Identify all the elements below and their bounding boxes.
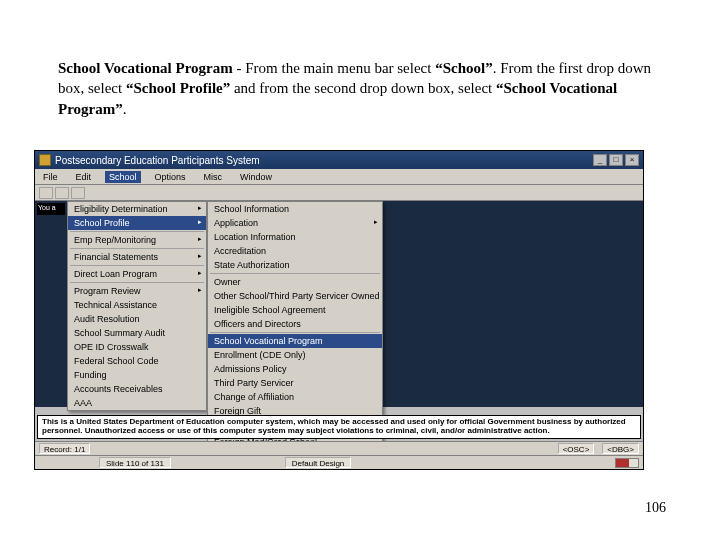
menu-misc[interactable]: Misc — [200, 171, 227, 183]
footer-bar: Slide 110 of 131 Default Design — [35, 455, 643, 469]
school-submenu: Eligibility Determination▸School Profile… — [67, 201, 207, 411]
menu-options[interactable]: Options — [151, 171, 190, 183]
app-window: Postsecondary Education Participants Sys… — [34, 150, 644, 470]
close-button[interactable]: × — [625, 154, 639, 166]
menu-item[interactable]: Admissions Policy — [208, 362, 382, 376]
menu-item[interactable]: Application▸ — [208, 216, 382, 230]
menu-separator — [210, 273, 380, 274]
submenu-arrow-icon: ▸ — [198, 252, 202, 260]
menu-item[interactable]: Emp Rep/Monitoring▸ — [68, 233, 206, 247]
menu-item[interactable]: Officers and Directors — [208, 317, 382, 331]
slide-indicator: Slide 110 of 131 — [99, 457, 171, 468]
window-title: Postsecondary Education Participants Sys… — [55, 155, 260, 166]
toolbar — [35, 185, 643, 201]
toolbar-button[interactable] — [39, 187, 53, 199]
menu-item[interactable]: Other School/Third Party Servicer Owned — [208, 289, 382, 303]
record-indicator: Record: 1/1 — [39, 443, 90, 454]
menu-item[interactable]: OPE ID Crosswalk — [68, 340, 206, 354]
menu-item[interactable]: Direct Loan Program▸ — [68, 267, 206, 281]
instruction-text: School Vocational Program - From the mai… — [58, 58, 662, 119]
minimize-button[interactable]: _ — [593, 154, 607, 166]
submenu-arrow-icon: ▸ — [198, 218, 202, 226]
you-are-label: You a — [37, 203, 65, 215]
system-notice: This is a United States Department of Ed… — [37, 415, 641, 439]
app-icon — [39, 154, 51, 166]
menu-separator — [70, 231, 204, 232]
submenu-arrow-icon: ▸ — [198, 286, 202, 294]
menu-item[interactable]: Financial Statements▸ — [68, 250, 206, 264]
window-controls: _ □ × — [593, 154, 639, 166]
menu-edit[interactable]: Edit — [72, 171, 96, 183]
menu-school[interactable]: School — [105, 171, 141, 183]
menu-item[interactable]: Ineligible School Agreement — [208, 303, 382, 317]
menu-separator — [210, 332, 380, 333]
menu-item[interactable]: School Profile▸ — [68, 216, 206, 230]
title-bar: Postsecondary Education Participants Sys… — [35, 151, 643, 169]
menu-bar: FileEditSchoolOptionsMiscWindow — [35, 169, 643, 185]
menu-item[interactable]: Federal School Code — [68, 354, 206, 368]
toolbar-button[interactable] — [71, 187, 85, 199]
menu-item[interactable]: State Authorization — [208, 258, 382, 272]
menu-item[interactable]: Owner — [208, 275, 382, 289]
menu-item[interactable]: Eligibility Determination▸ — [68, 202, 206, 216]
submenu-arrow-icon: ▸ — [198, 269, 202, 277]
design-indicator: Default Design — [285, 457, 351, 468]
progress-indicator — [615, 458, 639, 468]
dbg-indicator: <DBG> — [602, 443, 639, 454]
menu-item[interactable]: Audit Resolution — [68, 312, 206, 326]
workspace: You a Eligibility Determination▸School P… — [35, 201, 643, 407]
osc-indicator: <OSC> — [558, 443, 595, 454]
menu-item[interactable]: Program Review▸ — [68, 284, 206, 298]
status-bar: Record: 1/1 <OSC> <DBG> — [35, 441, 643, 455]
menu-item[interactable]: School Vocational Program — [208, 334, 382, 348]
menu-item[interactable]: Accounts Receivables — [68, 382, 206, 396]
menu-item[interactable]: Change of Affiliation — [208, 390, 382, 404]
menu-item[interactable]: Enrollment (CDE Only) — [208, 348, 382, 362]
submenu-arrow-icon: ▸ — [374, 218, 378, 226]
menu-item[interactable]: School Summary Audit — [68, 326, 206, 340]
menu-item[interactable]: Technical Assistance — [68, 298, 206, 312]
menu-separator — [70, 265, 204, 266]
menu-separator — [70, 248, 204, 249]
menu-item[interactable]: Funding — [68, 368, 206, 382]
school-profile-submenu: School InformationApplication▸Location I… — [207, 201, 383, 450]
menu-item[interactable]: AAA — [68, 396, 206, 410]
maximize-button[interactable]: □ — [609, 154, 623, 166]
menu-item[interactable]: Location Information — [208, 230, 382, 244]
menu-item[interactable]: Accreditation — [208, 244, 382, 258]
page-number: 106 — [645, 500, 666, 516]
submenu-arrow-icon: ▸ — [198, 235, 202, 243]
menu-file[interactable]: File — [39, 171, 62, 183]
submenu-arrow-icon: ▸ — [198, 204, 202, 212]
menu-item[interactable]: Third Party Servicer — [208, 376, 382, 390]
menu-item[interactable]: School Information — [208, 202, 382, 216]
menu-window[interactable]: Window — [236, 171, 276, 183]
toolbar-button[interactable] — [55, 187, 69, 199]
menu-separator — [70, 282, 204, 283]
